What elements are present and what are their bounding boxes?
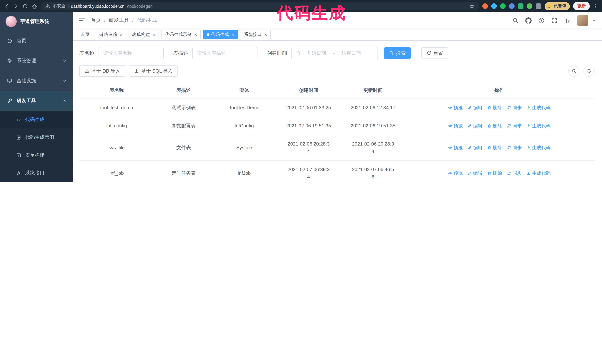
tab-codegen-example[interactable]: 代码生成示例×	[161, 30, 201, 39]
v-green-extension-icon[interactable]	[500, 3, 505, 9]
sidebar-item-codegen-example[interactable]: 代码生成示例	[0, 128, 73, 146]
tab-close-icon[interactable]: ×	[194, 32, 197, 37]
breadcrumb-separator: /	[104, 18, 106, 23]
fullscreen-icon[interactable]	[551, 17, 558, 23]
tab-label: 代码生成	[211, 31, 229, 38]
fox-extension-icon[interactable]	[482, 3, 488, 9]
bookmark-star-icon[interactable]	[469, 3, 474, 9]
toggle-search-button[interactable]	[568, 65, 580, 76]
people-extension-icon[interactable]	[509, 3, 514, 9]
action-edit[interactable]: 编辑	[468, 104, 482, 112]
sidebar-item-form-build[interactable]: 表单构建	[0, 146, 73, 164]
example-icon	[16, 135, 21, 140]
profile-paused-badge[interactable]: 已暂停	[544, 2, 570, 10]
tab-close-icon[interactable]: ×	[264, 32, 267, 37]
paused-label: 已暂停	[554, 3, 566, 9]
table-desc-cell: 测试示例表	[154, 99, 213, 117]
user-avatar[interactable]	[577, 15, 588, 26]
sidebar-item-home[interactable]: 首页	[0, 31, 73, 51]
table-desc-cell: 文件表	[154, 135, 213, 161]
table-desc-input[interactable]	[192, 47, 258, 59]
puzzle-extension-icon[interactable]	[536, 3, 541, 9]
tab-close-icon[interactable]: ×	[120, 32, 122, 37]
entity-cell: InfJob	[213, 161, 275, 182]
sidebar-item-codegen[interactable]: 代码生成	[0, 111, 73, 128]
sidebar-item-db-doc[interactable]: 数据库文档	[0, 182, 73, 182]
table-desc-cell: 参数配置表	[154, 117, 213, 135]
breadcrumb-item[interactable]: 首页	[91, 17, 101, 24]
table-name-cell: tool_test_demo	[79, 99, 154, 117]
action-preview[interactable]: 预览	[448, 104, 463, 112]
import-sql-button[interactable]: 基于 SQL 导入	[129, 65, 178, 77]
import-db-label: 基于 DB 导入	[92, 68, 120, 74]
chevron-down-icon	[63, 59, 67, 63]
tab-form-build[interactable]: 表单构建×	[128, 30, 159, 39]
tab-tracer[interactable]: 链路追踪×	[96, 30, 126, 39]
table-name-input[interactable]	[98, 47, 163, 59]
avatar-caret-down-icon[interactable]	[592, 18, 596, 22]
browser-menu-kebab-icon[interactable]	[593, 3, 598, 9]
sidebar-submenu: 代码生成代码生成示例表单构建系统接口数据库文档	[0, 111, 73, 182]
tab-home[interactable]: 首页	[77, 30, 93, 39]
create-time-range-picker[interactable]: 开始日期 - 结束日期	[291, 47, 378, 59]
action-sync[interactable]: 同步	[507, 144, 522, 151]
action-edit[interactable]: 编辑	[468, 122, 482, 130]
action-delete[interactable]: 删除	[487, 104, 502, 112]
search-button[interactable]: 搜索	[384, 47, 411, 59]
home-icon[interactable]	[32, 3, 37, 9]
action-delete[interactable]: 删除	[487, 122, 502, 130]
tab-close-icon[interactable]: ×	[232, 32, 234, 37]
import-db-button[interactable]: 基于 DB 导入	[79, 65, 125, 77]
breadcrumb-item[interactable]: 研发工具	[109, 17, 129, 24]
action-delete[interactable]: 删除	[487, 144, 502, 151]
action-sync[interactable]: 同步	[507, 170, 522, 177]
tab-codegen[interactable]: 代码生成×	[203, 30, 238, 39]
sidebar-item-infra[interactable]: 基础设施	[0, 71, 73, 91]
update-time-cell: 2021-02-06 19:51:35	[342, 117, 404, 135]
forward-icon[interactable]	[13, 3, 19, 9]
action-edit[interactable]: 编辑	[468, 144, 482, 151]
action-delete[interactable]: 删除	[487, 170, 502, 177]
address-bar[interactable]: 不安全 dashboard.yudao.iocoder.cn/tool/code…	[41, 2, 479, 10]
search-icon[interactable]	[512, 17, 519, 23]
trash-icon	[487, 105, 492, 110]
active-tab-dot	[207, 33, 209, 36]
action-preview[interactable]: 预览	[448, 122, 463, 130]
action-generate-code[interactable]: 生成代码	[527, 104, 550, 112]
action-generate-code[interactable]: 生成代码	[527, 122, 550, 130]
action-preview[interactable]: 预览	[448, 170, 463, 177]
sidebar-item-system[interactable]: 系统管理	[0, 51, 73, 71]
back-icon[interactable]	[4, 3, 10, 9]
action-sync[interactable]: 同步	[507, 104, 522, 112]
tab-close-icon[interactable]: ×	[152, 32, 155, 37]
search-icon	[571, 69, 576, 73]
sidebar-item-system-api[interactable]: 系统接口	[0, 164, 73, 182]
tab-system-api[interactable]: 系统接口×	[240, 30, 271, 39]
action-generate-code[interactable]: 生成代码	[527, 170, 550, 177]
actions-cell: 预览编辑删除同步生成代码	[404, 135, 595, 161]
reload-icon[interactable]	[22, 3, 28, 9]
app-logo[interactable]: 芋道管理系统	[0, 12, 73, 31]
fontsize-icon[interactable]	[564, 17, 570, 23]
browser-update-button[interactable]: 更新	[573, 2, 590, 10]
hamburger-icon[interactable]	[78, 17, 85, 24]
github-icon[interactable]	[525, 17, 532, 23]
tab-label: 链路追踪	[99, 31, 117, 38]
sidebar-item-label: 系统接口	[25, 170, 44, 176]
action-generate-code[interactable]: 生成代码	[527, 144, 550, 151]
sidebar-item-label: 表单构建	[25, 152, 44, 158]
action-sync[interactable]: 同步	[507, 122, 522, 130]
leaf-extension-icon[interactable]	[527, 3, 532, 9]
eye-icon	[448, 124, 452, 128]
card-extension-icon[interactable]	[518, 3, 523, 9]
drop-extension-icon[interactable]	[491, 3, 497, 9]
navbar-actions	[512, 15, 596, 26]
action-edit[interactable]: 编辑	[468, 170, 482, 177]
reset-button[interactable]: 重置	[421, 47, 448, 59]
actions-cell: 预览编辑删除同步生成代码	[404, 117, 595, 135]
refresh-table-button[interactable]	[583, 65, 595, 76]
sidebar-item-devtools[interactable]: 研发工具	[0, 91, 73, 111]
question-icon[interactable]	[538, 17, 545, 23]
edit-icon	[468, 146, 472, 150]
action-preview[interactable]: 预览	[448, 144, 463, 151]
